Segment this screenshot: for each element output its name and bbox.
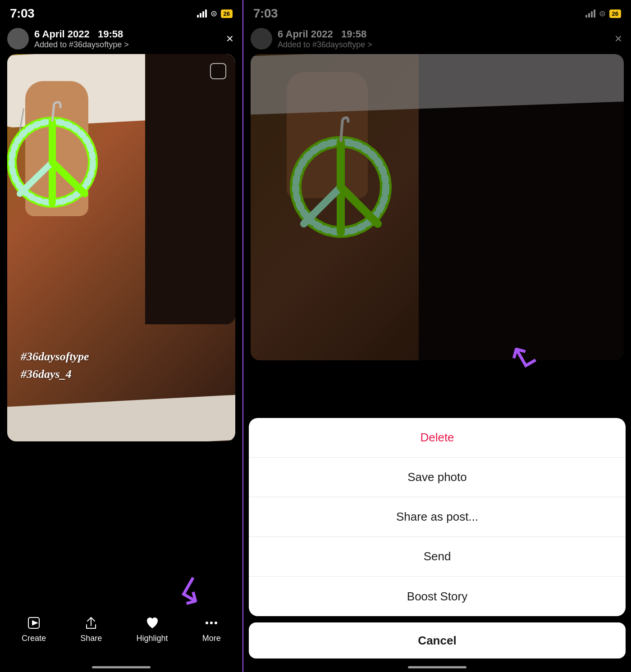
earring-svg-right <box>273 113 408 248</box>
paper-bottom <box>7 395 235 441</box>
svg-line-3 <box>20 162 52 194</box>
save-photo-label: Save photo <box>407 470 467 484</box>
story-meta-right: 6 April 2022 19:58 Added to #36daysoftyp… <box>278 28 613 50</box>
status-icons-left: ⊜ 26 <box>197 9 233 18</box>
story-tag-left[interactable]: Added to #36daysoftype > <box>34 40 224 50</box>
bottom-toolbar: Create Share Highlight More <box>0 600 242 672</box>
story-header-left: 6 April 2022 19:58 Added to #36daysoftyp… <box>0 23 242 54</box>
hashtag-overlay: #36daysoftype #36days_4 <box>21 348 89 383</box>
story-image-left: #36daysoftype #36days_4 <box>7 54 235 441</box>
story-date-left: 6 April 2022 19:58 <box>34 28 224 40</box>
svg-line-14 <box>304 187 341 224</box>
status-time-left: 7:03 <box>10 6 34 21</box>
sheet-item-send[interactable]: Send <box>249 537 626 577</box>
share-icon <box>84 616 98 630</box>
svg-line-16 <box>341 119 343 142</box>
create-label: Create <box>22 634 46 643</box>
share-as-post-label: Share as post... <box>396 510 478 524</box>
story-image-right <box>251 54 624 360</box>
sheet-item-save-photo[interactable]: Save photo <box>249 458 626 497</box>
toolbar-highlight[interactable]: Highlight <box>137 616 168 643</box>
avatar-right <box>251 28 272 50</box>
avatar-left <box>7 28 29 50</box>
earring-svg <box>7 99 111 216</box>
sheet-item-share-as-post[interactable]: Share as post... <box>249 497 626 537</box>
heart-icon <box>145 616 160 630</box>
svg-line-4 <box>52 162 85 194</box>
wifi-icon: ⊜ <box>210 9 217 18</box>
story-header-right: 6 April 2022 19:58 Added to #36daysoftyp… <box>243 23 631 54</box>
sheet-item-boost-story[interactable]: Boost Story <box>249 577 626 616</box>
toolbar-create[interactable]: Create <box>22 616 46 643</box>
create-icon <box>27 616 41 630</box>
battery-badge-right: 26 <box>609 9 621 18</box>
story-date-right: 6 April 2022 19:58 <box>278 28 613 40</box>
highlight-label: Highlight <box>137 634 168 643</box>
close-button-left[interactable]: × <box>224 30 235 48</box>
hashtag-line2: #36days_4 <box>21 365 89 383</box>
send-label: Send <box>424 549 451 563</box>
hair <box>145 54 235 324</box>
status-bar-right: 7:03 ⊜ 26 <box>243 0 631 23</box>
story-meta-left: 6 April 2022 19:58 Added to #36daysoftyp… <box>34 28 224 50</box>
left-panel: 7:03 ⊜ 26 6 April 2022 19:58 Added to #3… <box>0 0 243 672</box>
earring-scene: #36daysoftype #36days_4 <box>7 54 235 441</box>
story-bg-left: #36daysoftype #36days_4 <box>7 54 235 441</box>
status-icons-right: ⊜ 26 <box>585 9 621 18</box>
svg-point-10 <box>215 622 217 624</box>
sheet-cancel-button[interactable]: Cancel <box>249 622 626 658</box>
more-icon <box>204 616 219 630</box>
hashtag-line1: #36daysoftype <box>21 348 89 365</box>
story-bg-right <box>251 54 624 360</box>
right-panel: 7:03 ⊜ 26 6 April 2022 19:58 Added to #3… <box>243 0 631 672</box>
close-button-right[interactable]: × <box>613 30 624 48</box>
sheet-card: Delete Save photo Share as post... Send … <box>249 418 626 616</box>
delete-label: Delete <box>420 431 454 445</box>
cancel-label: Cancel <box>418 634 456 648</box>
svg-point-9 <box>210 622 213 624</box>
svg-line-15 <box>341 187 378 224</box>
more-label: More <box>202 634 221 643</box>
home-indicator-left <box>92 666 151 668</box>
boost-story-label: Boost Story <box>407 590 467 604</box>
wifi-icon-right: ⊜ <box>599 9 606 18</box>
story-tag-right[interactable]: Added to #36daysoftype > <box>278 40 613 50</box>
status-bar-left: 7:03 ⊜ 26 <box>0 0 242 23</box>
signal-icon <box>197 9 207 18</box>
signal-icon-right <box>585 9 595 18</box>
sheet-item-delete[interactable]: Delete <box>249 418 626 458</box>
bottom-sheet: Delete Save photo Share as post... Send … <box>243 418 631 672</box>
svg-marker-7 <box>32 620 38 626</box>
toolbar-more[interactable]: More <box>202 616 221 643</box>
battery-badge: 26 <box>221 9 233 18</box>
svg-point-8 <box>206 622 208 624</box>
share-label: Share <box>80 634 102 643</box>
story-icon <box>210 63 226 79</box>
toolbar-share[interactable]: Share <box>80 616 102 643</box>
status-time-right: 7:03 <box>253 6 278 21</box>
